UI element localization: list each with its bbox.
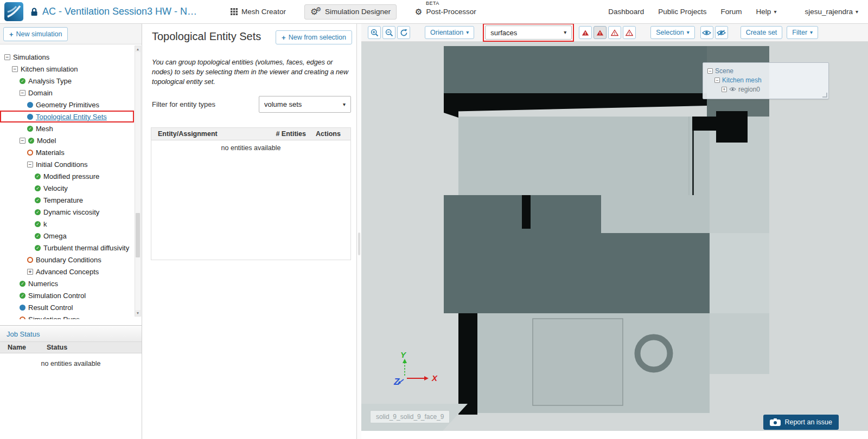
collapse-icon[interactable]: − <box>714 78 720 83</box>
collapse-icon[interactable]: − <box>4 54 10 60</box>
tree-item-simulation-runs[interactable]: Simulation Runs <box>0 313 134 319</box>
project-title[interactable]: AC - Ventilation Session3 HW - N… <box>42 6 197 17</box>
nav-help-menu[interactable]: Help▾ <box>756 8 777 16</box>
tree-item-modified-pressure[interactable]: ✓Modified pressure <box>0 170 134 182</box>
tree-item-temperature[interactable]: ✓Temperature <box>0 194 134 206</box>
tree-item-k[interactable]: ✓k <box>0 218 134 230</box>
tree-item-domain[interactable]: −Domain <box>0 87 134 99</box>
collapse-icon[interactable]: − <box>12 66 18 72</box>
scene-node-scene[interactable]: −Scene <box>707 66 824 75</box>
render-mode-select[interactable]: surfaces ▾ <box>485 25 572 40</box>
tree-item-label: Model <box>37 137 56 145</box>
scene-node-region0[interactable]: +region0 <box>707 85 824 94</box>
new-from-selection-button[interactable]: + New from selection <box>276 30 352 44</box>
tree-item-result-control[interactable]: Result Control <box>0 301 134 313</box>
tree-item-kitchen-simulation[interactable]: −Kitchen simulation <box>0 63 134 75</box>
job-status-empty-message: no entities available <box>0 353 142 367</box>
tree-item-boundary-conditions[interactable]: Boundary Conditions <box>0 254 134 266</box>
tree-item-advanced-concepts[interactable]: +Advanced Concepts <box>0 266 134 277</box>
expand-icon[interactable]: + <box>27 269 33 275</box>
tree-item-omega[interactable]: ✓Omega <box>0 230 134 242</box>
plus-icon: + <box>282 34 286 42</box>
filter-dropdown[interactable]: Filter ▾ <box>787 26 818 39</box>
table-empty-message: no entities available <box>151 140 350 152</box>
panel-resize-handle[interactable] <box>358 233 360 255</box>
nav-public-projects[interactable]: Public Projects <box>658 8 706 16</box>
description-text: You can group topological entities (volu… <box>152 57 350 87</box>
tree-item-analysis-type[interactable]: ✓Analysis Type <box>0 75 134 87</box>
scroll-up-button[interactable]: ▲ <box>135 46 141 52</box>
collapse-icon[interactable]: − <box>20 138 25 144</box>
check-complete-icon: ✓ <box>35 245 41 251</box>
tree-item-simulations[interactable]: −Simulations <box>0 51 134 63</box>
tree-item-label: Advanced Concepts <box>36 268 99 276</box>
tree-item-simulation-control[interactable]: ✓Simulation Control <box>0 289 134 301</box>
lock-icon <box>30 7 38 17</box>
zoom-out-button[interactable] <box>382 26 395 39</box>
tree-item-velocity[interactable]: ✓Velocity <box>0 182 134 194</box>
show-selected-button[interactable] <box>700 26 713 39</box>
tree-item-mesh[interactable]: ✓Mesh <box>0 122 134 134</box>
zoom-in-button[interactable] <box>368 26 381 39</box>
tree-item-turbulent-thermal-diffusivity[interactable]: ✓Turbulent thermal diffusivity <box>0 242 134 254</box>
report-issue-label: Report an issue <box>784 418 832 426</box>
tree-item-initial-conditions[interactable]: −Initial Conditions <box>0 158 134 170</box>
triangle-warning-button-4[interactable]: ! <box>623 26 636 39</box>
collapse-icon[interactable]: − <box>707 68 713 74</box>
tree-item-label: Dynamic viscosity <box>43 208 99 216</box>
create-set-button[interactable]: Create set <box>741 26 783 39</box>
tree-scrollbar[interactable]: ▲ ▼ <box>135 46 141 317</box>
scene-node-kitchen-mesh[interactable]: −Kitchen mesh <box>707 75 824 85</box>
tree-item-label: Analysis Type <box>28 77 72 85</box>
app-logo[interactable] <box>4 2 23 21</box>
triangle-warning-button-1[interactable]: ! <box>579 26 592 39</box>
tree-item-materials[interactable]: Materials <box>0 146 134 158</box>
zoom-out-icon <box>385 29 393 37</box>
scene-tree-overlay: −Scene−Kitchen mesh+region0 <box>703 62 829 99</box>
tree-item-label: k <box>43 220 47 228</box>
collapse-icon[interactable]: − <box>20 90 25 96</box>
tree-item-label: Geometry Primitives <box>36 101 99 109</box>
reset-view-button[interactable] <box>397 26 410 39</box>
zoom-in-icon <box>371 29 379 37</box>
tree-item-label: Simulations <box>13 53 49 61</box>
triangle-warning-button-2[interactable]: ! <box>593 26 607 39</box>
tab-mesh-creator[interactable]: Mesh Creator <box>225 5 291 18</box>
expand-icon[interactable]: + <box>722 87 727 92</box>
orientation-dropdown[interactable]: Orientation ▾ <box>425 26 474 39</box>
tree-item-geometry-primitives[interactable]: Geometry Primitives <box>0 99 134 111</box>
user-menu[interactable]: sjesu_rajendra▾ <box>805 8 858 16</box>
tab-post-processor[interactable]: BETA ⚙ Post-Processor <box>410 5 482 18</box>
overlay-resize-handle[interactable] <box>822 93 827 98</box>
scroll-down-button[interactable]: ▼ <box>135 310 141 316</box>
column-actions: Actions <box>306 128 350 140</box>
tree-item-label: Omega <box>43 232 67 240</box>
tree-item-label: Modified pressure <box>43 172 99 180</box>
report-issue-button[interactable]: Report an issue <box>763 415 839 430</box>
viewport-3d[interactable]: −Scene−Kitchen mesh+region0 Y X Z solid_… <box>361 42 868 431</box>
tree-item-label: Turbulent thermal diffusivity <box>43 244 129 252</box>
tree-item-label: Boundary Conditions <box>36 256 101 264</box>
tree-item-dynamic-viscosity[interactable]: ✓Dynamic viscosity <box>0 206 134 218</box>
hide-selected-button[interactable] <box>715 26 728 39</box>
new-simulation-button[interactable]: + New simulation <box>3 27 68 41</box>
tree-item-topological-entity-sets[interactable]: Topological Entity Sets <box>0 111 134 122</box>
nav-dashboard[interactable]: Dashboard <box>608 8 644 16</box>
entity-type-select[interactable]: volume sets ▾ <box>259 96 351 113</box>
tree-item-numerics[interactable]: ✓Numerics <box>0 277 134 289</box>
check-complete-icon: ✓ <box>35 209 41 215</box>
tab-simulation-designer[interactable]: ⚙⚙ Simulation Designer <box>304 4 397 20</box>
simulation-tree-panel: + New simulation −Simulations−Kitchen si… <box>0 24 142 439</box>
new-simulation-label: New simulation <box>16 30 62 38</box>
collapse-icon[interactable]: − <box>27 162 33 167</box>
scrollbar-thumb[interactable] <box>136 213 140 257</box>
visibility-eye-icon[interactable] <box>729 87 736 92</box>
triangle-warning-button-3[interactable]: ! <box>608 26 621 39</box>
selection-dropdown[interactable]: Selection ▾ <box>650 26 694 39</box>
nav-forum[interactable]: Forum <box>721 8 742 16</box>
render-mode-value: surfaces <box>490 29 564 37</box>
refresh-icon <box>400 29 408 37</box>
check-complete-icon: ✓ <box>27 126 33 132</box>
hovered-entity-label: solid_9_solid_9_face_9 <box>370 410 450 423</box>
tree-item-model[interactable]: −✓Model <box>0 134 134 146</box>
